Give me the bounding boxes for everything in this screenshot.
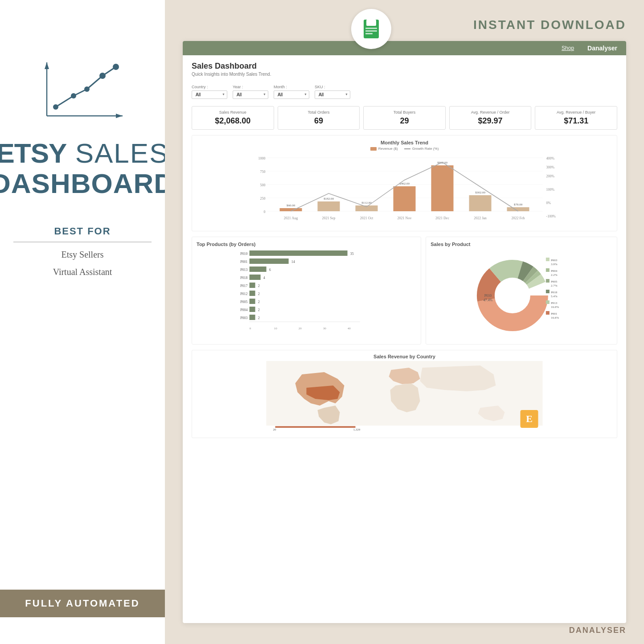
legend-growth: Growth Rate (%): [404, 147, 439, 151]
svg-text:6: 6: [269, 268, 271, 272]
world-map-svg: E 20 1,329: [198, 361, 611, 432]
svg-text:35: 35: [350, 252, 354, 256]
svg-text:P003: P003: [551, 258, 558, 262]
filters-row: Country : All Year : All: [192, 85, 617, 99]
year-filter: Year : All: [233, 85, 268, 99]
svg-rect-30: [280, 208, 302, 211]
svg-text:30: 30: [323, 327, 327, 330]
nav-shop[interactable]: Shop: [562, 45, 574, 51]
svg-text:$182.00: $182.00: [324, 197, 334, 201]
best-for-item-1: Etsy Sellers: [13, 250, 152, 260]
monthly-trend-card: Monthly Sales Trend Revenue ($) Growth R…: [192, 135, 617, 231]
svg-text:-100%: -100%: [546, 214, 556, 218]
kpi-avg-revenue-buyer-label: Avg. Revenue / Buyer: [540, 110, 612, 115]
kpi-sales-revenue-label: Sales Revenue: [197, 110, 269, 115]
svg-text:200%: 200%: [546, 174, 555, 178]
google-sheets-icon: [351, 9, 391, 49]
svg-rect-100: [546, 279, 550, 283]
svg-text:250: 250: [260, 197, 266, 201]
svg-rect-109: [546, 311, 550, 315]
svg-rect-11: [365, 28, 377, 29]
svg-text:P004: P004: [551, 269, 558, 273]
svg-text:300%: 300%: [546, 165, 555, 169]
etsy-label: ETSY: [0, 138, 66, 168]
month-filter: Month : All: [274, 85, 309, 99]
svg-rect-13: [365, 33, 373, 34]
svg-text:2022 Feb: 2022 Feb: [512, 216, 525, 220]
top-products-title: Top Products (by Orders): [197, 242, 416, 247]
instant-download-label: INSTANT DOWNLOAD: [183, 18, 626, 32]
trend-illustration: [38, 53, 127, 125]
svg-rect-34: [356, 205, 378, 211]
country-label: Country :: [192, 85, 227, 89]
left-panel: ETSY SALES DASHBOARD BEST FOR Etsy Selle…: [0, 0, 165, 644]
svg-text:500: 500: [260, 183, 266, 187]
legend-revenue: Revenue ($): [370, 147, 398, 151]
right-panel: INSTANT DOWNLOAD Shop Danalyser Sales Da…: [165, 0, 644, 644]
legend-revenue-label: Revenue ($): [378, 147, 398, 151]
month-wrapper[interactable]: All: [274, 90, 309, 99]
svg-rect-64: [250, 283, 255, 288]
best-for-item-2: Virtual Assistant: [13, 267, 152, 277]
svg-text:P003: P003: [240, 316, 247, 320]
kpi-total-orders-label: Total Orders: [283, 110, 355, 115]
svg-rect-40: [469, 195, 492, 211]
svg-text:P017: P017: [240, 284, 247, 288]
dashboard-header: Shop Danalyser: [183, 41, 626, 55]
svg-text:2.2%: 2.2%: [551, 273, 558, 277]
svg-rect-52: [250, 250, 348, 256]
svg-rect-97: [546, 268, 550, 272]
top-products-svg: P010 35 P001 14 P013 6 P018: [197, 247, 416, 336]
svg-rect-61: [250, 275, 261, 280]
country-wrapper[interactable]: All: [192, 90, 227, 99]
svg-text:P018: P018: [551, 291, 558, 294]
legend-revenue-color: [370, 147, 377, 151]
kpi-total-orders: Total Orders 69: [278, 106, 360, 130]
month-label: Month :: [274, 85, 309, 89]
svg-text:0: 0: [250, 327, 251, 330]
svg-text:P010: P010: [484, 294, 492, 298]
best-for-section: BEST FOR Etsy Sellers Virtual Assistant: [13, 226, 152, 277]
country-select[interactable]: All: [192, 90, 227, 99]
nav-brand: Danalyser: [587, 45, 617, 52]
svg-text:P005: P005: [240, 300, 247, 304]
sku-wrapper[interactable]: All: [315, 90, 350, 99]
svg-rect-70: [250, 299, 255, 304]
svg-text:P013: P013: [240, 268, 247, 272]
top-products-chart: Top Products (by Orders) P010 35 P001 14…: [192, 237, 421, 345]
dashboard-subtitle: Quick Insights into Monthly Sales Trend.: [192, 72, 617, 77]
svg-rect-67: [250, 291, 255, 296]
svg-rect-94: [546, 258, 550, 261]
svg-text:$60.00: $60.00: [287, 204, 295, 207]
year-label: Year :: [233, 85, 268, 89]
fully-automated-banner: FULLY AUTOMATED: [0, 590, 165, 617]
monthly-trend-svg: 1000 750 500 250 0 400% 300% 200% 100% 0…: [198, 153, 611, 225]
monthly-trend-legend: Revenue ($) Growth Rate (%): [198, 147, 611, 151]
sales-by-product-title: Sales by Product: [431, 242, 612, 247]
svg-rect-76: [250, 315, 255, 320]
month-select[interactable]: All: [274, 90, 309, 99]
svg-text:2: 2: [258, 284, 260, 288]
svg-text:40: 40: [348, 327, 351, 330]
svg-text:2021 Sep: 2021 Sep: [322, 216, 336, 220]
svg-rect-106: [546, 300, 550, 304]
svg-rect-42: [507, 207, 529, 211]
kpi-sales-revenue-value: $2,068.00: [197, 116, 269, 126]
kpi-avg-revenue-order: Avg. Revenue / Order $29.97: [449, 106, 532, 130]
svg-point-4: [53, 104, 58, 110]
svg-rect-12: [365, 30, 377, 32]
bottom-charts: Top Products (by Orders) P010 35 P001 14…: [192, 237, 617, 345]
year-select[interactable]: All: [233, 90, 268, 99]
svg-text:10: 10: [274, 327, 278, 330]
svg-text:0%: 0%: [546, 201, 551, 205]
country-filter: Country : All: [192, 85, 227, 99]
svg-text:100%: 100%: [546, 188, 555, 192]
svg-text:2.7%: 2.7%: [551, 284, 558, 287]
svg-text:400%: 400%: [546, 156, 555, 160]
sales-by-product-chart: Sales by Product: [426, 237, 617, 345]
kpi-total-buyers-label: Total Buyers: [368, 110, 441, 115]
legend-growth-label: Growth Rate (%): [412, 147, 439, 151]
year-wrapper[interactable]: All: [233, 90, 268, 99]
sku-select[interactable]: All: [315, 90, 350, 99]
svg-rect-32: [318, 201, 340, 211]
